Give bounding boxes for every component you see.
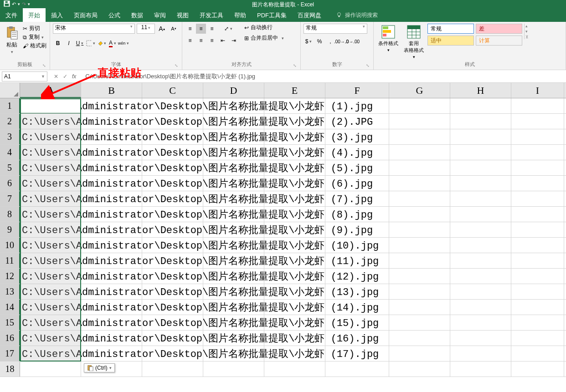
gallery-more-icon[interactable]: ⊻ [525, 35, 529, 39]
cell-D6[interactable] [203, 176, 264, 191]
cell-B1[interactable] [81, 98, 142, 113]
cell-C3[interactable] [142, 129, 203, 144]
cell-G4[interactable] [389, 145, 450, 160]
cell-C16[interactable] [142, 331, 203, 346]
cell-E1[interactable] [264, 98, 325, 113]
cell-F18[interactable] [325, 361, 389, 377]
clipboard-dialog-launcher[interactable]: ⤡ [42, 63, 46, 68]
row-header-12[interactable]: 12 [0, 269, 20, 284]
cell-H4[interactable] [450, 145, 511, 160]
cell-E18[interactable] [264, 361, 325, 377]
cell-A8[interactable]: C:\Users\Administrator\Desktop\图片名称批量提取\… [20, 207, 81, 222]
column-header-F[interactable]: F [325, 83, 389, 98]
cell-H3[interactable] [450, 129, 511, 144]
cell-C2[interactable] [142, 114, 203, 129]
cell-F6[interactable] [325, 176, 389, 191]
cell-D18[interactable] [203, 361, 264, 377]
paste-options-dropdown-icon[interactable]: ▾ [109, 366, 112, 370]
cell-A1[interactable]: C:\Users\Administrator\Desktop\图片名称批量提取\… [20, 98, 81, 113]
orientation-button[interactable]: ⤢ [223, 24, 233, 34]
row-header-3[interactable]: 3 [0, 129, 20, 144]
tab-baidu-netdisk[interactable]: 百度网盘 [292, 8, 327, 22]
paste-options-button[interactable]: (Ctrl) ▾ [84, 363, 115, 372]
cell-F3[interactable] [325, 129, 389, 144]
cell-D8[interactable] [203, 207, 264, 222]
cell-D17[interactable] [203, 346, 264, 361]
increase-font-button[interactable]: A▴ [157, 24, 167, 34]
cell-A16[interactable]: C:\Users\Administrator\Desktop\图片名称批量提取\… [20, 331, 81, 346]
cell-D14[interactable] [203, 300, 264, 315]
format-painter-button[interactable]: 🖌格式刷 [23, 42, 46, 50]
cell-A2[interactable]: C:\Users\Administrator\Desktop\图片名称批量提取\… [20, 114, 81, 129]
row-header-10[interactable]: 10 [0, 238, 20, 253]
cell-E3[interactable] [264, 129, 325, 144]
row-header-2[interactable]: 2 [0, 114, 20, 129]
tab-page-layout[interactable]: 页面布局 [68, 8, 103, 22]
cell-B6[interactable] [81, 176, 142, 191]
cell-I16[interactable] [511, 331, 564, 346]
cell-C17[interactable] [142, 346, 203, 361]
number-format-select[interactable]: 常规▾ [304, 24, 367, 34]
cell-H2[interactable] [450, 114, 511, 129]
cell-F1[interactable] [325, 98, 389, 113]
cell-C6[interactable] [142, 176, 203, 191]
bold-button[interactable]: B [53, 38, 63, 48]
style-calc[interactable]: 计算 [476, 36, 522, 46]
tab-help[interactable]: 帮助 [229, 8, 252, 22]
cell-B7[interactable] [81, 191, 142, 206]
cell-A11[interactable]: C:\Users\Administrator\Desktop\图片名称批量提取\… [20, 253, 81, 268]
tab-review[interactable]: 审阅 [149, 8, 171, 22]
cell-I3[interactable] [511, 129, 564, 144]
cell-E4[interactable] [264, 145, 325, 160]
font-size-select[interactable]: 11▾ [137, 24, 155, 34]
cell-F10[interactable] [325, 238, 389, 253]
tab-insert[interactable]: 插入 [46, 8, 68, 22]
cell-E17[interactable] [264, 346, 325, 361]
row-header-8[interactable]: 8 [0, 207, 20, 222]
copy-button[interactable]: ⧉复制▾ [23, 33, 46, 41]
undo-icon[interactable]: ↶ [12, 1, 16, 7]
cell-G9[interactable] [389, 222, 450, 237]
cell-F4[interactable] [325, 145, 389, 160]
merge-center-button[interactable]: ⊞合并后居中▾ [244, 34, 284, 42]
cell-A18[interactable] [20, 361, 81, 377]
cell-F12[interactable] [325, 269, 389, 284]
select-all-corner[interactable] [0, 83, 20, 98]
cell-B13[interactable] [81, 284, 142, 299]
tab-home[interactable]: 开始 [23, 8, 46, 22]
cell-B17[interactable] [81, 346, 142, 361]
alignment-dialog-launcher[interactable]: ⤡ [293, 63, 297, 68]
cell-E16[interactable] [264, 331, 325, 346]
cell-C12[interactable] [142, 269, 203, 284]
cell-D4[interactable] [203, 145, 264, 160]
cell-F15[interactable] [325, 315, 389, 330]
gallery-up-icon[interactable]: ▴ [525, 24, 529, 28]
conditional-formatting-button[interactable]: 条件格式▾ [376, 24, 400, 53]
cell-C9[interactable] [142, 222, 203, 237]
row-header-4[interactable]: 4 [0, 145, 20, 160]
cell-A12[interactable]: C:\Users\Administrator\Desktop\图片名称批量提取\… [20, 269, 81, 284]
style-good[interactable]: 适中 [427, 36, 474, 46]
cell-I12[interactable] [511, 269, 564, 284]
cell-D7[interactable] [203, 191, 264, 206]
row-header-9[interactable]: 9 [0, 222, 20, 237]
row-header-13[interactable]: 13 [0, 284, 20, 299]
cell-H18[interactable] [450, 361, 511, 377]
cell-D12[interactable] [203, 269, 264, 284]
cell-C18[interactable] [142, 361, 203, 377]
align-right-button[interactable]: ≡ [207, 36, 217, 46]
row-header-18[interactable]: 18 [0, 361, 20, 377]
cell-F9[interactable] [325, 222, 389, 237]
qat-customize-icon[interactable]: ▾ [28, 2, 30, 6]
cell-styles-gallery[interactable]: 常规 差 适中 计算 [427, 24, 522, 46]
cell-D15[interactable] [203, 315, 264, 330]
row-header-17[interactable]: 17 [0, 346, 20, 361]
cell-D11[interactable] [203, 253, 264, 268]
cell-G6[interactable] [389, 176, 450, 191]
align-bottom-button[interactable]: ≡ [207, 24, 217, 34]
cell-I14[interactable] [511, 300, 564, 315]
cell-H6[interactable] [450, 176, 511, 191]
cell-C15[interactable] [142, 315, 203, 330]
tab-developer[interactable]: 开发工具 [194, 8, 229, 22]
tab-formulas[interactable]: 公式 [103, 8, 126, 22]
